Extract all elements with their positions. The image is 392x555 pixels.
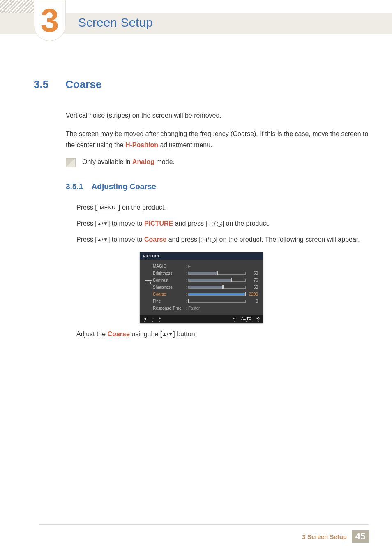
osd-slider-bar [188,286,246,289]
subsection-heading: 3.5.1 Adjusting Coarse [66,182,369,191]
s2-b: ] to move to [108,220,144,227]
s2-d: ] on the product. [222,220,270,227]
chapter-badge: 3 [34,0,66,41]
chapter-number: 3 [41,4,59,37]
osd-footer-return-icon: ⟲ [256,317,260,322]
osd-row-label: Response Time [153,306,185,310]
p2-text-b: adjustment menu. [158,141,212,148]
osd-row-separator: : [185,271,188,275]
osd-slider-bar [188,272,246,275]
coarse-highlight-2: Coarse [108,331,130,338]
adj-c: ] button. [173,331,197,338]
osd-body: MAGIC:▶Brightness:50Contrast:75Sharpness… [140,260,263,315]
osd-row-value: 0 [246,299,258,303]
coarse-highlight: Coarse [144,236,166,243]
analog-highlight: Analog [132,158,154,165]
osd-row-label: Sharpness [153,285,185,289]
osd-slider-bar [188,300,246,303]
osd-footer-auto-label: AUTO [241,317,251,322]
s3-b: ] to move to [108,236,144,243]
s3-a: Press [ [76,236,97,243]
osd-footer-enter-icon: ↵ [233,317,236,322]
osd-footer-left: ◄ − + [143,317,161,322]
osd-slider-bar [188,293,246,296]
note-text-b: mode. [154,158,175,165]
page-footer: 3 Screen Setup 45 [302,530,369,543]
p2-text-a: The screen may be moved after changing t… [66,130,368,148]
step-3: Press [▲/▼] to move to Coarse and press … [76,234,369,245]
osd-footer-right: ↵ AUTO ⟲ [233,317,260,322]
osd-row-label: Coarse [153,292,185,296]
enter-source-icon: / [208,219,222,229]
osd-row-value: 60 [246,285,258,289]
osd-row-text-value: Faster [188,306,258,310]
osd-screenshot: PICTURE MAGIC:▶Brightness:50Contrast:75S… [140,252,263,323]
step-1: Press [MENU] on the product. [76,202,369,213]
osd-row-separator: : [185,264,188,268]
osd-bar-cell [188,279,246,282]
subsection-number: 3.5.1 [66,182,90,191]
menu-button-label: MENU [97,204,118,211]
note-row: Only available in Analog mode. [66,158,369,167]
adj-a: Adjust the [76,331,108,338]
picture-category-icon [145,280,152,285]
footer-rule [39,524,369,525]
s2-a: Press [ [76,220,97,227]
up-down-arrows-icon: ▲/▼ [97,237,108,242]
osd-row-separator: : [185,278,188,282]
osd-row-separator: : [185,285,188,289]
adjust-instruction: Adjust the Coarse using the [▲/▼] button… [76,331,369,338]
osd-row-separator: : [185,292,188,296]
note-text-a: Only available in [82,158,132,165]
s2-c: and press [ [173,220,208,227]
adj-b: using the [ [130,331,162,338]
section-heading: 3.5 Coarse [34,78,369,91]
osd-bar-cell [188,272,246,275]
osd-bar-cell [188,293,246,296]
footer-chapter-text: 3 Screen Setup [302,533,347,540]
osd-row-separator: : [185,306,188,310]
up-down-arrows-icon: ▲/▼ [162,332,173,337]
step-2: Press [▲/▼] to move to PICTURE and press… [76,218,369,229]
s3-c: and press [ [166,236,201,243]
note-icon [66,158,76,167]
osd-row-label: Contrast [153,278,185,282]
note-text: Only available in Analog mode. [82,158,175,166]
s1-a: Press [ [76,204,97,211]
osd-row-label: MAGIC [153,264,185,268]
subsection-title: Adjusting Coarse [92,182,156,191]
enter-source-icon: / [201,235,216,245]
osd-row-value: 50 [246,271,258,275]
osd-bar-cell [188,300,246,303]
s3-d: ] on the product. The following screen w… [216,236,360,243]
osd-category-icon-cell [145,264,153,285]
up-down-arrows-icon: ▲/▼ [97,221,108,226]
section-paragraph-2: The screen may be moved after changing t… [66,128,369,150]
section-title: Coarse [65,78,101,90]
page-content: 3.5 Coarse Vertical noise (stripes) on t… [34,78,369,338]
osd-row-label: Brightness [153,271,185,275]
chapter-title: Screen Setup [78,16,153,30]
s1-b: ] on the product. [118,204,166,211]
osd-row-separator: : [185,299,188,303]
osd-footer-plus-icon: + [159,317,161,322]
osd-footer-minus-icon: − [152,317,154,322]
osd-bar-cell [188,286,246,289]
osd-title: PICTURE [140,252,263,260]
footer-page-number: 45 [352,530,369,543]
section-number: 3.5 [34,78,62,91]
osd-row-submenu-arrow-icon: ▶ [188,264,258,268]
section-paragraph-1: Vertical noise (stripes) on the screen w… [66,110,369,121]
osd-row-value: 2200 [246,292,258,296]
osd-footer-back-icon: ◄ [143,317,147,322]
picture-highlight: PICTURE [144,220,173,227]
osd-row-value: 75 [246,278,258,282]
osd-slider-bar [188,279,246,282]
osd-footer: ◄ − + ↵ AUTO ⟲ [140,315,263,323]
osd-row-label: Fine [153,299,185,303]
h-position-highlight: H-Position [125,141,158,148]
